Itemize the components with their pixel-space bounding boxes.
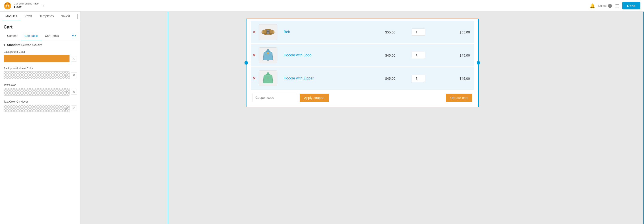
bell-icon[interactable]: 🔔 — [590, 3, 595, 9]
panel-tab-content[interactable]: Content — [4, 32, 21, 40]
cart-item-subtotal-hoodie-zipper: $45.00 — [427, 77, 472, 80]
svg-point-13 — [267, 52, 269, 54]
cart-item-price-hoodie-zipper: $45.00 — [369, 77, 412, 80]
section-chevron-icon: ▾ — [4, 43, 5, 47]
panel-tab-cart-table[interactable]: Cart Table — [21, 32, 42, 40]
cart-item-image-hoodie-logo — [259, 47, 277, 63]
sidebar-content: Cart Content Cart Table Cart Totals ••• … — [0, 21, 80, 224]
color-swatch-bg[interactable] — [4, 55, 70, 62]
qty-input-belt[interactable]: 1 — [412, 29, 425, 36]
qty-input-hoodie-logo[interactable]: 1 — [412, 52, 425, 59]
sidebar-tabs: Modules Rows Templates Saved — [0, 12, 80, 21]
panel-tab-more-icon[interactable]: ••• — [71, 32, 77, 40]
topbar-chevron-icon[interactable]: › — [42, 3, 44, 8]
panel-tab-cart-totals[interactable]: Cart Totals — [42, 32, 62, 40]
remove-item-belt[interactable]: ✕ — [252, 30, 256, 35]
section-label: Standard Button Colors — [7, 43, 42, 47]
clear-bg-button[interactable]: ✕ — [71, 56, 77, 62]
sidebar-tab-templates[interactable]: Templates — [36, 12, 57, 21]
clear-bg-hover-button[interactable]: ✕ — [71, 72, 77, 78]
cart-item-subtotal-belt: $55.00 — [427, 30, 472, 34]
table-row: ✕ Hoodie with Logo $45.00 — [251, 44, 474, 66]
qty-input-hoodie-zipper[interactable]: 1 — [412, 75, 425, 82]
svg-rect-16 — [268, 77, 268, 79]
apply-coupon-button[interactable]: Apply coupon — [300, 94, 329, 102]
svg-rect-12 — [267, 32, 269, 32]
svg-point-17 — [267, 72, 269, 74]
eyedropper-text-icon: 🖊 — [65, 90, 68, 94]
update-cart-button[interactable]: Update cart — [446, 94, 472, 102]
field-text-hover-color: Text Color On Hover 🖊 ✕ — [0, 98, 80, 115]
sidebar-tab-saved[interactable]: Saved — [58, 12, 73, 21]
belt-image-icon — [261, 25, 275, 39]
remove-item-hoodie-zipper[interactable]: ✕ — [252, 76, 256, 81]
color-row-bg-hover: 🖊 ✕ — [4, 71, 77, 79]
cart-item-image-belt — [259, 24, 277, 40]
coupon-left: Apply coupon — [252, 93, 329, 102]
cart-item-qty-hoodie-zipper: 1 — [412, 75, 427, 82]
field-label-text: Text Color — [4, 84, 77, 87]
field-label-bg-hover: Background Hover Color — [4, 67, 77, 70]
color-row-bg: ✕ — [4, 55, 77, 62]
main-layout: Modules Rows Templates Saved Cart Conten… — [0, 12, 644, 224]
topbar: Currently Editing Page Cart › 🔔 Edited ?… — [0, 0, 644, 12]
canvas-area: ✕ Belt $55.00 1 $55.00 — [81, 12, 644, 224]
coupon-input[interactable] — [252, 93, 297, 102]
field-label-text-hover: Text Color On Hover — [4, 100, 77, 103]
svg-point-7 — [8, 6, 9, 6]
remove-item-hoodie-logo[interactable]: ✕ — [252, 53, 256, 58]
sidebar-header: Cart — [0, 21, 80, 32]
table-row: ✕ Hoodie with Zipper $45.00 — [251, 67, 474, 90]
coupon-row: Apply coupon Update cart — [251, 93, 474, 102]
cart-item-name-belt[interactable]: Belt — [284, 30, 369, 34]
eyedropper-text-hover-icon: 🖊 — [65, 107, 68, 110]
clear-text-hover-button[interactable]: ✕ — [71, 105, 77, 111]
section-header-button-colors[interactable]: ▾ Standard Button Colors — [0, 40, 80, 49]
done-button[interactable]: Done — [622, 2, 641, 10]
cart-item-qty-hoodie-logo: 1 — [412, 52, 427, 59]
field-background-color: Background Color ✕ — [0, 49, 80, 65]
cart-item-price-hoodie-logo: $45.00 — [369, 53, 412, 57]
svg-point-14 — [267, 49, 269, 51]
panel-tabs: Content Cart Table Cart Totals ••• — [0, 32, 80, 40]
color-row-text-hover: 🖊 ✕ — [4, 105, 77, 112]
table-row: ✕ Belt $55.00 1 $55.00 — [251, 21, 474, 43]
hoodie-zipper-image-icon — [261, 72, 275, 85]
cart-item-price-belt: $55.00 — [369, 30, 412, 34]
blue-edge-left — [168, 12, 168, 224]
svg-point-3 — [5, 4, 10, 9]
cart-item-name-hoodie-logo[interactable]: Hoodie with Logo — [284, 53, 369, 57]
color-swatch-text[interactable]: 🖊 — [4, 88, 70, 96]
cart-item-name-hoodie-zipper[interactable]: Hoodie with Zipper — [284, 76, 369, 80]
topbar-right: 🔔 Edited ? ☰ Done — [590, 2, 640, 10]
cart-item-subtotal-hoodie-logo: $45.00 — [427, 53, 472, 57]
color-swatch-text-hover[interactable]: 🖊 — [4, 105, 70, 112]
svg-point-6 — [6, 6, 7, 6]
topbar-subtitle: Currently Editing Page — [14, 2, 38, 5]
cart-item-qty-belt: 1 — [412, 29, 427, 36]
logo-icon — [4, 2, 12, 10]
topbar-left: Currently Editing Page Cart › — [4, 2, 44, 10]
cart-item-image-hoodie-zipper — [259, 71, 277, 86]
field-text-color: Text Color 🖊 ✕ — [0, 82, 80, 98]
edited-label: Edited ? — [598, 4, 612, 8]
sidebar-tab-modules[interactable]: Modules — [2, 12, 20, 21]
clear-text-button[interactable]: ✕ — [71, 89, 77, 95]
color-swatch-bg-hover[interactable]: 🖊 — [4, 71, 70, 79]
field-bg-hover-color: Background Hover Color 🖊 ✕ — [0, 65, 80, 82]
color-row-text: 🖊 ✕ — [4, 88, 77, 96]
menu-lines-icon[interactable]: ☰ — [615, 3, 619, 9]
topbar-title-group: Currently Editing Page Cart — [14, 2, 38, 10]
cart-container: ✕ Belt $55.00 1 $55.00 — [246, 19, 479, 107]
hoodie-logo-image-icon — [261, 49, 275, 62]
eyedropper-icon: 🖊 — [65, 74, 68, 77]
sidebar-tab-rows[interactable]: Rows — [21, 12, 36, 21]
svg-point-8 — [7, 6, 8, 8]
help-icon[interactable]: ? — [608, 4, 612, 8]
handle-left[interactable] — [244, 61, 248, 65]
topbar-title: Cart — [14, 5, 38, 10]
field-label-bg: Background Color — [4, 50, 77, 53]
sidebar: Modules Rows Templates Saved Cart Conten… — [0, 12, 81, 224]
handle-right[interactable] — [476, 61, 480, 65]
